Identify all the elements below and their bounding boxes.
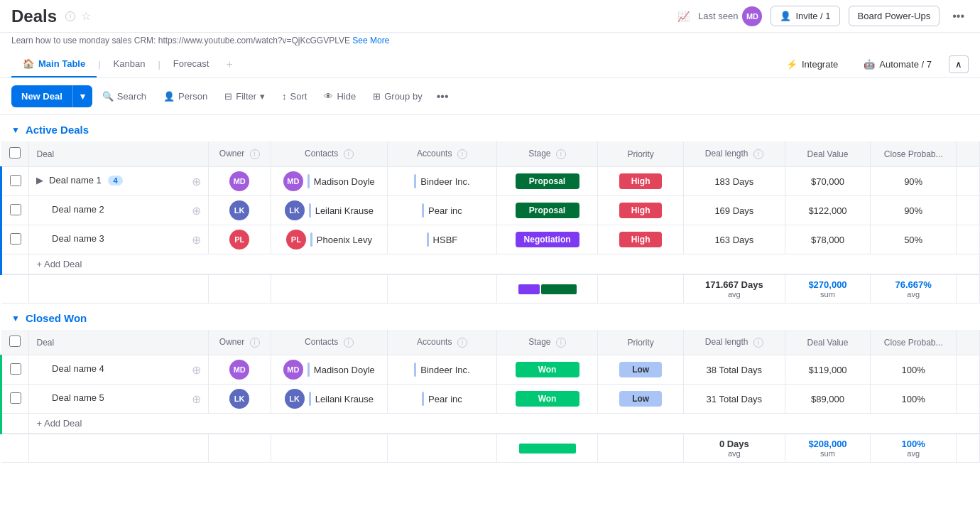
- mini-chart: [504, 284, 591, 294]
- invite-label: Invite / 1: [795, 11, 830, 21]
- group-by-label: Group by: [384, 91, 422, 102]
- sum-contacts: [271, 274, 388, 304]
- th-accounts: Accounts i: [388, 141, 497, 167]
- active-deals-header-row: Deal Owner i Contacts i Accounts i: [1, 141, 980, 167]
- person-label: Person: [178, 91, 207, 102]
- account-separator: [414, 174, 416, 188]
- cw-owner-info-icon[interactable]: i: [250, 338, 260, 348]
- sort-button[interactable]: ↕ Sort: [275, 87, 314, 106]
- cw-deal-length-info-icon[interactable]: i: [753, 338, 763, 348]
- row-checkbox[interactable]: [10, 233, 21, 245]
- filter-label: Filter: [236, 91, 256, 102]
- tab-forecast[interactable]: Forecast: [162, 51, 221, 77]
- sum-contacts: [271, 434, 388, 463]
- account-cell: Bindeer Inc.: [388, 167, 497, 196]
- th-deal-length: Deal length i: [684, 141, 785, 167]
- extra-cell: [957, 225, 980, 254]
- contact-avatar: LK: [285, 200, 305, 220]
- add-row-icon[interactable]: ⊕: [192, 233, 201, 247]
- row-check: [1, 167, 29, 196]
- stage-info-icon[interactable]: i: [556, 149, 566, 159]
- priority-badge: High: [619, 173, 662, 189]
- owner-info-icon[interactable]: i: [250, 149, 260, 159]
- add-row-icon[interactable]: ⊕: [192, 204, 201, 218]
- see-more-link[interactable]: See More: [352, 36, 389, 45]
- sum-priority: [598, 434, 684, 463]
- active-deals-title[interactable]: Active Deals: [26, 124, 89, 136]
- automate-label: Automate / 7: [879, 59, 932, 70]
- table-row: ▶ Deal name 1 4 ⊕ MD MD Madison Doyle Bi…: [1, 167, 980, 196]
- contact-name: Madison Doyle: [314, 176, 375, 187]
- filter-button[interactable]: ⊟ Filter ▾: [217, 87, 272, 106]
- add-row-icon[interactable]: ⊕: [192, 363, 201, 377]
- add-row-icon[interactable]: ⊕: [192, 175, 201, 188]
- sum-deal: [29, 434, 208, 463]
- th-stage: Stage i: [496, 141, 598, 167]
- add-tab-button[interactable]: +: [226, 58, 232, 71]
- star-icon[interactable]: ☆: [81, 9, 91, 23]
- person-button[interactable]: 👤 Person: [156, 87, 214, 106]
- closed-won-chevron[interactable]: ▼: [11, 313, 20, 323]
- cw-accounts-info-icon[interactable]: i: [457, 338, 467, 348]
- summary-row: 0 Days avg $208,000 sum 100% avg: [1, 434, 980, 463]
- closed-won-title[interactable]: Closed Won: [26, 312, 87, 324]
- select-all-active[interactable]: [9, 147, 21, 159]
- integrate-button[interactable]: ⚡ Integrate: [778, 55, 846, 74]
- contact-avatar: LK: [285, 389, 305, 409]
- cw-stage-info-icon[interactable]: i: [556, 338, 566, 348]
- more-options-button[interactable]: •••: [948, 9, 969, 24]
- contacts-info-icon[interactable]: i: [344, 149, 354, 159]
- expand-icon[interactable]: ▶: [36, 175, 43, 186]
- hide-button[interactable]: 👁 Hide: [317, 87, 363, 106]
- add-deal-cell[interactable]: + Add Deal: [29, 254, 980, 275]
- tab-kanban[interactable]: Kanban: [102, 51, 157, 77]
- group-by-icon: ⊞: [373, 91, 381, 102]
- summary-deal-value-label: sum: [793, 449, 864, 458]
- row-checkbox[interactable]: [10, 204, 21, 215]
- automate-button[interactable]: 🤖 Automate / 7: [855, 55, 940, 74]
- add-deal-cell[interactable]: + Add Deal: [29, 414, 980, 434]
- table-row: Deal name 3 ⊕ PL PL Phoenix Levy HSBF: [1, 225, 980, 254]
- collapse-button[interactable]: ∧: [949, 55, 969, 73]
- last-seen-label: Last seen: [698, 11, 738, 21]
- accounts-info-icon[interactable]: i: [457, 149, 467, 159]
- deal-value-cell: $119,000: [785, 355, 871, 385]
- priority-badge: High: [619, 232, 662, 247]
- sum-owner: [208, 274, 271, 304]
- select-all-won[interactable]: [9, 336, 21, 347]
- row-checkbox[interactable]: [10, 363, 21, 375]
- new-deal-dropdown-icon[interactable]: ▾: [72, 85, 92, 107]
- toolbar-more-button[interactable]: •••: [432, 89, 453, 104]
- deal-name-cell: ▶ Deal name 1 4 ⊕: [29, 167, 208, 196]
- active-deals-chevron[interactable]: ▼: [11, 125, 20, 135]
- contact-separator: [307, 363, 310, 377]
- info-text: Learn how to use monday sales CRM: https…: [11, 36, 350, 45]
- search-button[interactable]: 🔍 Search: [95, 87, 153, 106]
- closed-won-header-row: Deal Owner i Contacts i Accounts i: [1, 330, 980, 355]
- stage-badge: Won: [516, 362, 579, 377]
- tab-main-table[interactable]: 🏠 Main Table: [11, 51, 97, 77]
- cw-th-accounts: Accounts i: [388, 330, 497, 355]
- close-prob-cell: 100%: [871, 385, 957, 414]
- board-powerups-button[interactable]: Board Power-Ups: [849, 6, 940, 26]
- deal-length-info-icon[interactable]: i: [753, 149, 763, 159]
- row-checkbox[interactable]: [10, 392, 21, 404]
- close-prob-cell: 50%: [871, 225, 957, 254]
- invite-button[interactable]: 👤 Invite / 1: [771, 6, 839, 26]
- contact-cell: LK Leilani Krause: [271, 196, 388, 225]
- summary-close-prob-label: avg: [878, 449, 949, 458]
- cw-contacts-info-icon[interactable]: i: [344, 338, 354, 348]
- info-icon[interactable]: i: [65, 11, 75, 21]
- th-contacts: Contacts i: [271, 141, 388, 167]
- row-checkbox[interactable]: [10, 175, 21, 186]
- summary-close-prob-val: 76.667%: [878, 279, 949, 290]
- stage-cell: Won: [496, 355, 598, 385]
- active-deals-table-wrapper: Deal Owner i Contacts i Accounts i: [0, 141, 980, 304]
- sum-extra: [957, 434, 980, 463]
- add-row-icon[interactable]: ⊕: [192, 392, 201, 406]
- th-deal-value: Deal Value: [785, 141, 871, 167]
- group-by-button[interactable]: ⊞ Group by: [366, 87, 429, 106]
- new-deal-button[interactable]: New Deal ▾: [11, 85, 92, 107]
- sum-accounts: [388, 274, 497, 304]
- extra-cell: [957, 196, 980, 225]
